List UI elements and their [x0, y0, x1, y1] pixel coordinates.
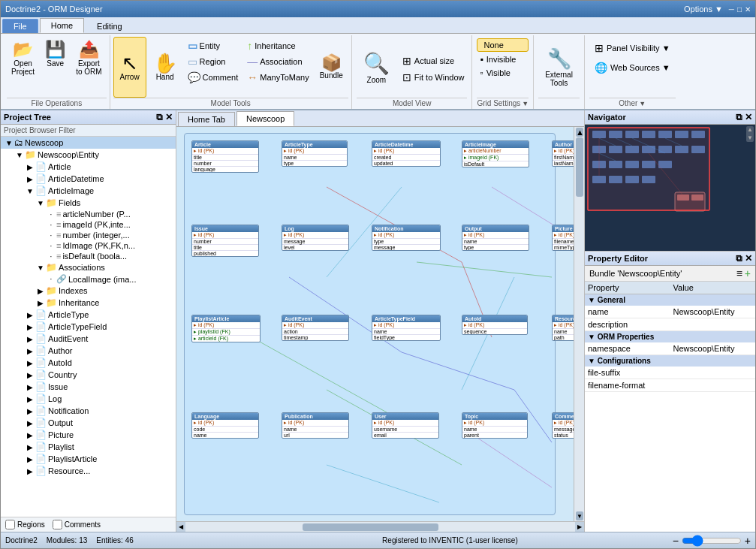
entity-box-3[interactable]: ArticleDatetime ▸ id (PK) created update… — [372, 140, 441, 167]
expander-log[interactable]: ▶ — [25, 395, 35, 403]
tree-item-localimage[interactable]: · 🔗 LocalImage (ima... — [1, 273, 176, 285]
expander-newscoop-entity[interactable]: ▼ — [14, 151, 25, 159]
tree-item-articleimage[interactable]: ▼ 📄 ArticleImage — [1, 185, 176, 197]
nav-scroll-down[interactable]: ▼ — [746, 134, 754, 142]
prop-section-orm[interactable]: ▼ ORM Properties — [585, 331, 755, 343]
vscroll-down-arrow[interactable]: ▼ — [576, 511, 583, 520]
prop-row-filename-format[interactable]: filename-format — [585, 379, 755, 392]
entity-box-10[interactable]: Output ▸ id (PK) name type — [462, 225, 529, 251]
entity-box-15[interactable]: ArticleTypeField ▸ id (PK) name fieldTyp… — [372, 315, 441, 341]
expander-number[interactable]: · — [46, 231, 56, 240]
export-to-orm-button[interactable]: 📤 Exportto ORM — [71, 37, 106, 79]
expander-notification[interactable]: ▶ — [25, 407, 35, 415]
tree-item-country[interactable]: ▶ 📄 Country — [1, 369, 176, 381]
property-editor-close-button[interactable]: ✕ — [745, 253, 752, 264]
expander-idimage[interactable]: · — [46, 242, 56, 250]
tree-item-newscoop-entity[interactable]: ▼ 📁 Newscoop\Entity — [1, 149, 176, 161]
hscroll-right-arrow[interactable]: ▶ — [575, 522, 584, 532]
entity-box-20[interactable]: Publication ▸ id (PK) name url — [282, 412, 349, 439]
property-bundle-menu[interactable]: ≡ — [736, 267, 742, 279]
expander-country[interactable]: ▶ — [25, 371, 35, 379]
entity-box-5[interactable]: Author ▸ id (PK) firstName lastName — [552, 140, 574, 167]
entity-box-16[interactable]: AutoId ▸ id (PK) sequence — [462, 315, 528, 335]
tree-item-playlistarticle[interactable]: ▶ 📄 PlaylistArticle — [1, 453, 176, 465]
tree-item-articlenumber[interactable]: · ≡ articleNumber (P... — [1, 209, 176, 219]
tree-item-picture[interactable]: ▶ 📄 Picture — [1, 429, 176, 441]
external-tools-button[interactable]: 🔧 ExternalTools — [538, 44, 580, 91]
tree-item-issue[interactable]: ▶ 📄 Issue — [1, 381, 176, 393]
tree-item-idimage[interactable]: · ≡ IdImage (PK,FK,n... — [1, 240, 176, 251]
entity-box-14[interactable]: AuditEvent ▸ id (PK) action timestamp — [282, 315, 349, 341]
tree-item-articletypefield[interactable]: ▶ 📄 ArticleTypeField — [1, 321, 176, 333]
panel-visibility-button[interactable]: ⊞ Panel Visibility ▼ — [589, 40, 676, 56]
vscroll-up-arrow[interactable]: ▲ — [576, 128, 583, 137]
zoom-minus-button[interactable]: − — [673, 535, 679, 547]
navigator-close-button[interactable]: ✕ — [745, 112, 752, 122]
tree-item-associations[interactable]: ▼ 📁 Associations — [1, 261, 176, 273]
close-button[interactable]: ✕ — [745, 5, 751, 14]
expander-issue[interactable]: ▶ — [25, 383, 35, 391]
property-bundle-add[interactable]: + — [745, 267, 751, 279]
property-editor-restore-button[interactable]: ⧉ — [736, 253, 742, 264]
open-project-button[interactable]: 📂 OpenProject — [7, 37, 39, 79]
zoom-slider[interactable] — [682, 536, 742, 545]
entity-box-1[interactable]: Article ▸ id (PK) title number language — [191, 140, 259, 173]
entity-box-22[interactable]: Topic ▸ id (PK) name parent — [462, 412, 528, 439]
project-tree-restore-button[interactable]: ⧉ — [156, 112, 163, 122]
project-tree-close-button[interactable]: ✕ — [165, 112, 173, 122]
expander-articlenumber[interactable]: · — [46, 210, 56, 219]
navigator-restore-button[interactable]: ⧉ — [736, 112, 742, 122]
prop-row-namespace[interactable]: namespace Newscoop\Entity — [585, 342, 755, 355]
tree-item-author[interactable]: ▶ 📄 Author — [1, 345, 176, 357]
comments-checkbox-label[interactable]: Comments — [53, 520, 101, 529]
save-button[interactable]: 💾 Save — [41, 37, 70, 71]
expander-isdefault[interactable]: · — [46, 252, 56, 261]
region-button[interactable]: ▭ Region — [184, 54, 242, 69]
tree-item-isdefault[interactable]: · ≡ isDefault (boola... — [1, 251, 176, 261]
expander-autoid[interactable]: ▶ — [25, 359, 35, 367]
entity-box-23[interactable]: Comment ▸ id (PK) message status — [552, 412, 574, 439]
canvas-area[interactable]: Article ▸ id (PK) title number language … — [176, 127, 574, 521]
tree-item-notification[interactable]: ▶ 📄 Notification — [1, 405, 176, 417]
prop-section-configurations[interactable]: ▼ Configurations — [585, 355, 755, 367]
comments-checkbox[interactable] — [53, 520, 62, 529]
expander-auditevent[interactable]: ▶ — [25, 335, 35, 343]
actual-size-button[interactable]: ⊞ Actual size — [399, 54, 468, 68]
tab-home-tab[interactable]: Home Tab — [178, 112, 235, 126]
tab-home[interactable]: Home — [40, 18, 84, 33]
tree-item-output[interactable]: ▶ 📄 Output — [1, 417, 176, 429]
expander-playlistarticle[interactable]: ▶ — [25, 455, 35, 463]
entity-box-13[interactable]: PlaylistArticle ▸ id (PK) ▸ playlistId (… — [191, 315, 261, 342]
grid-invisible-button[interactable]: ▪ Invisible — [477, 53, 529, 65]
expander-articletypefield[interactable]: ▶ — [25, 323, 35, 331]
canvas-vscroll[interactable]: ▲ ▼ — [574, 127, 584, 521]
bundle-button[interactable]: 📦 Bundle — [315, 37, 348, 98]
tree-item-fields[interactable]: ▼ 📁 Fields — [1, 197, 176, 209]
maximize-button[interactable]: □ — [737, 5, 742, 14]
expander-resource[interactable]: ▶ — [25, 467, 35, 475]
grid-none-button[interactable]: None — [477, 38, 529, 52]
tree-item-article[interactable]: ▶ 📄 Article — [1, 161, 176, 173]
entity-box-2[interactable]: ArticleType ▸ id (PK) name type — [282, 140, 348, 167]
entity-box-21[interactable]: User ▸ id (PK) username email — [372, 412, 439, 439]
grid-visible-button[interactable]: ▫ Visible — [477, 67, 529, 79]
tree-item-autoid[interactable]: ▶ 📄 AutoId — [1, 357, 176, 369]
zoom-plus-button[interactable]: + — [745, 535, 751, 547]
zoom-button[interactable]: 🔍 Zoom — [357, 47, 396, 88]
tree-item-articletype[interactable]: ▶ 📄 ArticleType — [1, 309, 176, 321]
tree-item-auditevent[interactable]: ▶ 📄 AuditEvent — [1, 333, 176, 345]
tree-item-inheritance[interactable]: ▶ 📁 Inheritance — [1, 297, 176, 309]
expander-indexes[interactable]: ▶ — [35, 287, 46, 295]
entity-box-4[interactable]: ArticleImage ▸ articleNumber ▸ imageId (… — [462, 140, 529, 167]
entity-box-8[interactable]: Log ▸ id (PK) message level — [282, 225, 349, 251]
hscroll-thumb[interactable] — [303, 523, 439, 531]
expander-article[interactable]: ▶ — [25, 163, 35, 171]
expander-output[interactable]: ▶ — [25, 419, 35, 427]
hand-button[interactable]: ✋ Hand — [148, 37, 182, 98]
prop-row-file-suffix[interactable]: file-suffix — [585, 367, 755, 379]
expander-associations[interactable]: ▼ — [35, 264, 46, 272]
expander-articledatetime[interactable]: ▶ — [25, 175, 35, 183]
arrow-button[interactable]: ↖ Arrow — [113, 37, 146, 98]
entity-box-9[interactable]: Notification ▸ id (PK) type message — [372, 225, 441, 251]
expander-inheritance[interactable]: ▶ — [35, 299, 46, 307]
